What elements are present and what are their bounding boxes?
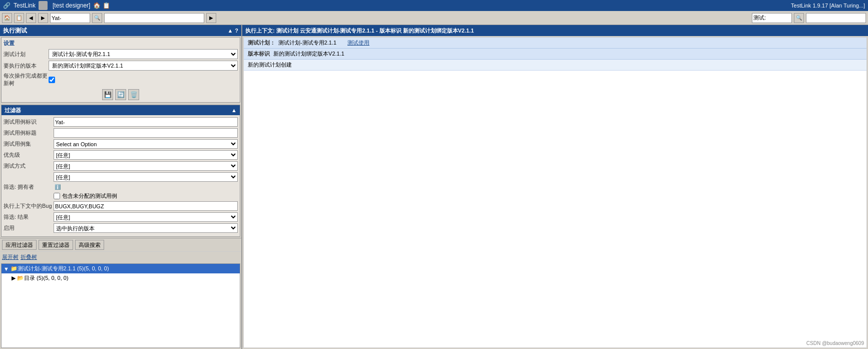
filter-priority-select[interactable]: [任意] [54, 150, 238, 160]
right-content: 测试计划： 测试计划-测试专用2.1.1 测试使用 版本标识 新的测试计划绑定版… [243, 37, 867, 348]
version-label: 要执行的版本 [4, 62, 49, 70]
filter-title-input[interactable] [54, 128, 238, 138]
include-unassigned-checkbox[interactable] [54, 193, 60, 199]
right-panel: 执行上下文: 测试计划 云安通测试计划-测试专用2.1.1 - 版本标识 新的测… [242, 25, 868, 349]
tree-sub-folder-icon: 📂 [17, 275, 24, 281]
filter-bug-label: 执行上下文中的Bug [4, 202, 54, 210]
filter-unassigned-row: 包含未分配的测试用例 [4, 192, 238, 200]
filter-row-extra: [任意] [4, 172, 238, 182]
reset-filter-button[interactable]: 重置过滤器 [39, 240, 73, 250]
filter-collapse-icon[interactable]: ▲ [231, 107, 237, 113]
filter-id-label: 测试用例标识 [4, 118, 54, 126]
expand-tree-btn[interactable]: 展开树 [2, 253, 19, 261]
right-header-text: 执行上下文: 测试计划 云安通测试计划-测试专用2.1.1 - 版本标识 新的测… [245, 27, 474, 35]
toolbar-icons: 🏠 📋 [93, 2, 110, 9]
avatar-placeholder [39, 1, 48, 10]
version-detail-label: 版本标识 [248, 51, 270, 57]
filter-row-result: 筛选: 结果 [任意] [4, 212, 238, 222]
apply-filter-button[interactable]: 应用过滤器 [2, 240, 37, 250]
filter-bug-input[interactable]: BUGX,BUGY,BUGZ [54, 201, 238, 211]
settings-title: 设置 [4, 40, 238, 47]
toolbar-btn-4[interactable]: ▶ [38, 13, 48, 23]
filter-version-select[interactable]: 选中执行的版本 [54, 223, 238, 233]
filter-row-title: 测试用例标题 [4, 128, 238, 138]
filter-id-input[interactable] [54, 117, 238, 127]
bottom-buttons: 应用过滤器 重置过滤器 高级搜索 [0, 238, 241, 251]
version-select[interactable]: 新的测试计划绑定版本V2.1.1 [49, 61, 238, 71]
filter-extra-select[interactable]: [任意] [54, 172, 238, 182]
filter-method-label: 测试方式 [4, 162, 54, 170]
right-search-btn[interactable]: 🔍 [794, 13, 804, 23]
version-detail-row: 版本标识 新的测试计划绑定版本V2.1.1 [244, 49, 866, 60]
tab-link[interactable]: 测试使用 [347, 39, 369, 47]
creation-detail-row: 新的测试计划创建 [244, 60, 866, 71]
include-unassigned-label: 包含未分配的测试用例 [62, 192, 117, 200]
tree-sub-item[interactable]: ▶ 📂 目录 (5)(5, 0, 0, 0) [2, 273, 240, 283]
app-logo-icon: 🔗 [3, 2, 11, 9]
watermark: CSDN @budaoweng0609 [806, 340, 864, 346]
tree-root-item[interactable]: ▼ 📁 测试计划-测试专用2.1.1 (5)(5, 0, 0, 0) [2, 264, 240, 273]
toolbar-btn-2[interactable]: 📋 [14, 13, 24, 23]
filter-row-version: 启用 选中执行的版本 [4, 223, 238, 233]
auto-refresh-label: 每次操作完成都更新树 [4, 72, 49, 87]
version-info: TestLink 1.9.17 [Alan Turing...] [791, 3, 865, 9]
tree-area[interactable]: ▼ 📁 测试计划-测试专用2.1.1 (5)(5, 0, 0, 0) ▶ 📂 目… [1, 263, 240, 348]
tree-sub-label: 目录 (5)(5, 0, 0, 0) [24, 274, 69, 282]
filter-row-priority: 优先级 [任意] [4, 150, 238, 160]
filter-suite-label: 测试用例集 [4, 140, 54, 148]
filter-row-id: 测试用例标识 [4, 117, 238, 127]
filter-result-label: 筛选: 结果 [4, 213, 54, 221]
filter-row-owner: 筛选: 拥有者 ℹ️ [4, 183, 238, 191]
title-bar-left: 🔗 TestLink [test designer] 🏠 📋 [3, 1, 110, 10]
left-panel-title: 执行测试 [3, 27, 27, 35]
save-icon-btn[interactable]: 💾 [102, 89, 113, 100]
auto-refresh-row: 每次操作完成都更新树 [4, 72, 238, 87]
title-bar: 🔗 TestLink [test designer] 🏠 📋 TestLink … [0, 0, 868, 11]
test-plan-label: 测试计划 [4, 51, 49, 58]
filter-row-suite: 测试用例集 Select an Option [4, 139, 238, 149]
filter-title-label: 测试用例标题 [4, 129, 54, 137]
filter-method-select[interactable]: [任意] [54, 161, 238, 171]
filter-row-method: 测试方式 [任意] [4, 161, 238, 171]
help-owner-icon: ℹ️ [55, 184, 61, 190]
plan-value: 测试计划-测试专用2.1.1 [278, 39, 336, 47]
search-input-2[interactable] [104, 13, 204, 23]
toolbar-btn-3[interactable]: ◀ [26, 13, 36, 23]
settings-section: 设置 测试计划 测试计划-测试专用2.1.1 要执行的版本 新的测试计划绑定版本… [1, 37, 240, 103]
tree-root-icon: 📁 [11, 265, 18, 272]
main-container: 执行测试 ▲ ? 设置 测试计划 测试计划-测试专用2.1.1 要执行的版本 新… [0, 25, 868, 349]
test-plan-row: 测试计划 测试计划-测试专用2.1.1 [4, 49, 238, 59]
filter-priority-label: 优先级 [4, 151, 54, 159]
tree-expand-icon: ▼ [4, 266, 9, 272]
refresh-icon-btn[interactable]: 🔄 [115, 89, 126, 100]
left-panel-header: 执行测试 ▲ ? [0, 25, 241, 36]
right-search[interactable] [752, 13, 792, 23]
version-row: 要执行的版本 新的测试计划绑定版本V2.1.1 [4, 61, 238, 71]
go-button[interactable]: ▶ [206, 13, 216, 23]
creation-label: 新的测试计划创建 [248, 62, 292, 68]
auto-refresh-checkbox[interactable] [49, 77, 55, 83]
advanced-search-button[interactable]: 高级搜索 [75, 240, 104, 250]
toolbar-btn-1[interactable]: 🏠 [2, 13, 12, 23]
tree-root-label: 测试计划-测试专用2.1.1 (5)(5, 0, 0, 0) [18, 265, 109, 272]
collapse-tree-btn[interactable]: 折叠树 [21, 253, 37, 261]
delete-icon-btn[interactable]: 🗑️ [128, 89, 139, 100]
collapse-icon[interactable]: ▲ [227, 28, 233, 34]
left-panel: 执行测试 ▲ ? 设置 测试计划 测试计划-测试专用2.1.1 要执行的版本 新… [0, 25, 242, 349]
designer-label: [test designer] [53, 2, 90, 9]
right-search-2[interactable] [806, 13, 866, 23]
version-detail-value: 新的测试计划绑定版本V2.1.1 [273, 51, 344, 57]
filter-result-select[interactable]: [任意] [54, 212, 238, 222]
settings-icons: 💾 🔄 🗑️ [4, 89, 238, 100]
tree-sub-expand-icon: ▶ [12, 275, 16, 281]
help-icon[interactable]: ? [235, 28, 238, 34]
test-plan-select[interactable]: 测试计划-测试专用2.1.1 [49, 49, 238, 59]
right-info-bar: 测试计划： 测试计划-测试专用2.1.1 测试使用 [244, 38, 866, 49]
app-name: TestLink [14, 2, 36, 9]
search-button[interactable]: 🔍 [92, 13, 102, 23]
search-input[interactable]: Yat- [50, 13, 90, 23]
filter-section: 过滤器 ▲ 测试用例标识 测试用例标题 测试用例集 Select an Opti… [1, 105, 240, 237]
filter-header: 过滤器 ▲ [2, 105, 240, 115]
filter-suite-select[interactable]: Select an Option [54, 139, 238, 149]
right-header: 执行上下文: 测试计划 云安通测试计划-测试专用2.1.1 - 版本标识 新的测… [242, 25, 868, 36]
